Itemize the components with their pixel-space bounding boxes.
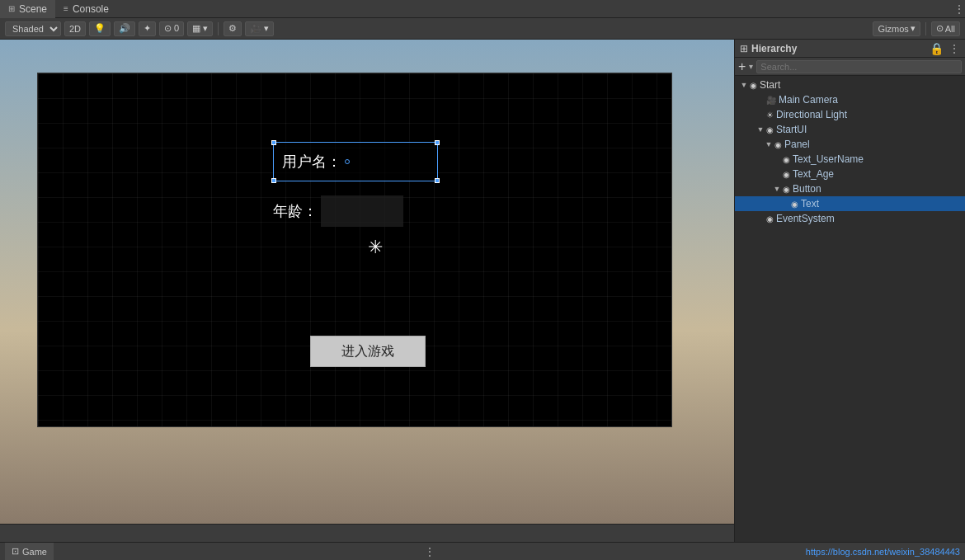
all-text: All — [945, 24, 955, 34]
scene-bottom-bar — [0, 524, 734, 542]
tree-arrow-button[interactable]: ▼ — [771, 185, 783, 193]
hierarchy-tree: ▼◉Start🎥Main Camera☀Directional Light▼◉S… — [735, 76, 965, 542]
tree-item-text-username[interactable]: ◉Text_UserName — [735, 152, 965, 167]
tree-icon-directional-light: ☀ — [766, 111, 774, 120]
tree-arrow-startui[interactable]: ▼ — [755, 125, 766, 134]
hierarchy-header-icons: 🔒 ⋮ — [930, 42, 960, 55]
grid-overlay — [38, 73, 671, 426]
gizmos-label: Gizmos — [878, 24, 908, 34]
effects-button[interactable]: ✦ — [139, 21, 156, 36]
corner-bl — [271, 178, 276, 183]
add-dropdown-arrow[interactable]: ▾ — [749, 62, 753, 71]
tree-label-start: Start — [760, 79, 780, 91]
hierarchy-title: Hierarchy — [751, 43, 797, 54]
tree-item-startui[interactable]: ▼◉StartUI — [735, 122, 965, 137]
toolbar-right: Gizmos ▾ ⊙ All — [873, 21, 960, 36]
all-button[interactable]: ⊙ All — [931, 21, 960, 36]
console-tab-label: Console — [73, 3, 109, 15]
2d-button[interactable]: 2D — [64, 21, 86, 36]
toolbar-separator — [218, 22, 219, 35]
tree-item-text[interactable]: ◉Text — [735, 196, 965, 211]
tree-label-main-camera: Main Camera — [779, 94, 838, 106]
grid-button[interactable]: ▦ ▾ — [187, 21, 213, 36]
tree-icon-startui: ◉ — [766, 125, 774, 134]
tree-label-text-age: Text_Age — [793, 168, 834, 180]
tab-game[interactable]: ⊡ Game — [5, 543, 54, 561]
corner-tr — [435, 140, 440, 145]
tree-icon-start: ◉ — [750, 81, 757, 90]
scene-tab-label: Scene — [19, 3, 47, 15]
settings-button[interactable]: ⚙ — [224, 21, 242, 36]
scene-viewport: 用户名： 年龄： ✳ 进入游戏 — [0, 40, 734, 542]
lighting-button[interactable]: 💡 — [89, 21, 111, 36]
corner-br — [435, 178, 440, 183]
tree-label-startui: StartUI — [776, 124, 807, 135]
age-input-box[interactable] — [321, 195, 403, 227]
tab-scene[interactable]: ⊞ Scene — [0, 0, 55, 18]
camera-button[interactable]: 🎥 ▾ — [245, 21, 274, 36]
enter-game-button[interactable]: 进入游戏 — [310, 336, 426, 367]
tree-icon-text-age: ◉ — [783, 170, 790, 179]
tree-label-directional-light: Directional Light — [776, 109, 847, 120]
add-hierarchy-button[interactable]: + — [738, 60, 746, 73]
tree-label-button: Button — [793, 183, 821, 195]
hierarchy-panel: ⊞ Hierarchy 🔒 ⋮ + ▾ ▼◉Start🎥Main Camera☀… — [734, 40, 965, 542]
username-input-field[interactable]: 用户名： — [273, 142, 438, 181]
tree-label-text-username: Text_UserName — [793, 153, 864, 165]
main-area: 用户名： 年龄： ✳ 进入游戏 ⊞ H — [0, 40, 965, 542]
tree-item-text-age[interactable]: ◉Text_Age — [735, 167, 965, 181]
toolbar-sep2 — [925, 22, 926, 35]
tree-icon-main-camera: 🎥 — [766, 96, 776, 105]
tree-label-panel: Panel — [784, 139, 810, 150]
username-label: 用户名： — [274, 152, 341, 172]
console-tab-icon: ≡ — [64, 4, 68, 13]
tree-item-eventsystem[interactable]: ◉EventSystem — [735, 211, 965, 226]
age-label: 年龄： — [273, 201, 318, 221]
move-transform-icon: ✳ — [368, 237, 383, 258]
game-canvas: 用户名： 年龄： ✳ 进入游戏 — [37, 73, 672, 427]
game-tab-label: Game — [22, 547, 47, 557]
tree-icon-eventsystem: ◉ — [766, 214, 774, 224]
scene-toolbar: Shaded 2D 💡 🔊 ✦ ⊙ 0 ▦ ▾ ⚙ 🎥 ▾ Gizmos ▾ ⊙… — [0, 18, 965, 40]
hierarchy-toolbar: + ▾ — [735, 58, 965, 76]
tab-bar-menu[interactable]: ⋮ — [953, 2, 965, 16]
input-cursor — [345, 159, 350, 164]
tree-label-eventsystem: EventSystem — [776, 213, 835, 224]
tree-icon-button: ◉ — [783, 185, 790, 194]
shading-dropdown[interactable]: Shaded — [5, 21, 61, 36]
tree-item-start[interactable]: ▼◉Start — [735, 78, 965, 92]
game-tab-icon: ⊡ — [12, 546, 19, 557]
tree-icon-panel: ◉ — [774, 140, 782, 149]
hierarchy-grid-icon: ⊞ — [740, 43, 748, 54]
bottom-menu-button[interactable]: ⋮ — [424, 545, 435, 558]
scene-canvas: 用户名： 年龄： ✳ 进入游戏 — [0, 40, 734, 524]
tree-item-button[interactable]: ▼◉Button — [735, 181, 965, 196]
tree-item-panel[interactable]: ▼◉Panel — [735, 137, 965, 152]
enter-button-text: 进入游戏 — [341, 343, 394, 360]
tab-console[interactable]: ≡ Console — [55, 0, 117, 18]
all-label: ⊙ — [936, 23, 944, 34]
audio-button[interactable]: 🔊 — [114, 21, 135, 36]
tree-item-main-camera[interactable]: 🎥Main Camera — [735, 92, 965, 107]
scene-tab-icon: ⊞ — [8, 4, 15, 13]
gizmos-arrow: ▾ — [911, 23, 916, 34]
tree-item-directional-light[interactable]: ☀Directional Light — [735, 107, 965, 122]
tree-icon-text-username: ◉ — [783, 155, 790, 164]
top-tab-bar: ⊞ Scene ≡ Console ⋮ — [0, 0, 965, 18]
hierarchy-search-input[interactable] — [756, 60, 962, 73]
corner-tl — [271, 140, 276, 145]
bottom-url: https://blog.csdn.net/weixin_38484443 — [806, 547, 960, 557]
tree-icon-text: ◉ — [791, 200, 798, 209]
hierarchy-more-icon[interactable]: ⋮ — [949, 42, 960, 55]
hierarchy-lock-icon[interactable]: 🔒 — [930, 42, 944, 55]
scene-options-button[interactable]: ⊙ 0 — [159, 21, 184, 36]
age-row: 年龄： — [273, 195, 438, 227]
tree-label-text: Text — [801, 198, 819, 209]
tree-arrow-start[interactable]: ▼ — [738, 81, 750, 89]
gizmos-button[interactable]: Gizmos ▾ — [873, 21, 920, 36]
bottom-bar: ⊡ Game ⋮ https://blog.csdn.net/weixin_38… — [0, 542, 965, 560]
tree-arrow-panel[interactable]: ▼ — [763, 140, 774, 148]
hierarchy-header: ⊞ Hierarchy 🔒 ⋮ — [735, 40, 965, 58]
